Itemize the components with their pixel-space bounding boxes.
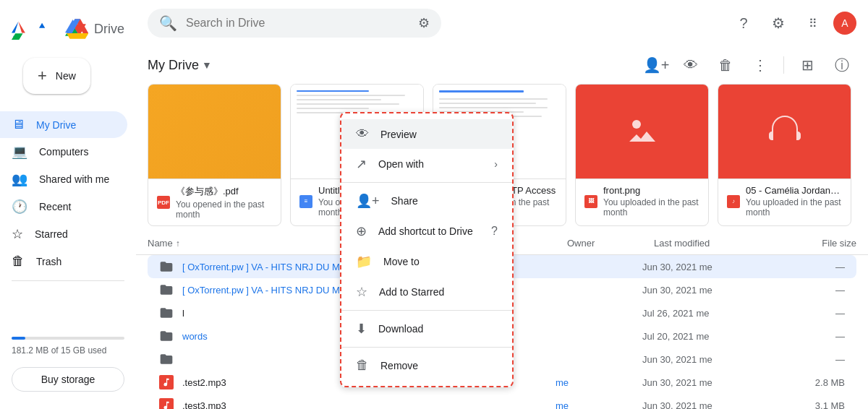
open-with-icon: ↗ [356, 156, 367, 172]
column-header-last-modified: Last modified [654, 238, 784, 249]
sidebar-item-starred[interactable]: ☆ Starred [0, 220, 127, 248]
row-modified-6: Jun 30, 2021 me [642, 377, 773, 388]
menu-item-open-with[interactable]: ↗ Open with › [341, 149, 512, 179]
menu-item-share-label: Share [391, 195, 498, 207]
shortcut-icon: ⊕ [356, 223, 367, 239]
menu-item-download[interactable]: ⬇ Download [341, 314, 512, 344]
doc-icon-2: ≡ [299, 195, 312, 208]
row-name-7: .test3.mp3 [182, 400, 226, 410]
file-thumb-4 [576, 85, 708, 178]
logo-area: Drive [0, 6, 136, 52]
sidebar-item-recent[interactable]: 🕐 Recent [0, 193, 127, 220]
trash-icon: 🗑 [12, 254, 25, 269]
menu-item-remove[interactable]: 🗑 Remove [341, 350, 512, 380]
app-title: Drive [94, 22, 124, 37]
red-icon-5: ♪ [727, 195, 740, 208]
file-card-5[interactable]: ♪ 05 - Camélia Jordana - F... You upload… [718, 84, 851, 226]
menu-item-preview[interactable]: 👁 Preview [341, 119, 512, 149]
row-owner-7: me [556, 400, 642, 410]
menu-item-remove-label: Remove [380, 360, 498, 371]
info-toggle-button[interactable]: 👁 [676, 51, 705, 79]
file-card-4[interactable]: 🖼 front.png You uploaded in the past mon… [575, 84, 709, 226]
file-date-5: You uploaded in the past month [746, 197, 842, 218]
search-input[interactable] [186, 17, 409, 30]
new-button[interactable]: + New [23, 58, 90, 94]
file-date-4: You uploaded in the past month [603, 197, 699, 218]
menu-item-preview-label: Preview [380, 129, 498, 140]
menu-item-starred-label: Add to Starred [379, 286, 498, 298]
sidebar-item-computers-label: Computers [39, 146, 88, 158]
menu-item-shortcut-label: Add shortcut to Drive [378, 225, 480, 237]
pdf-icon-1: PDF [157, 196, 170, 209]
account-avatar[interactable]: A [833, 12, 856, 35]
column-header-owner: Owner [567, 238, 654, 249]
svg-point-12 [632, 120, 641, 129]
computers-icon: 💻 [12, 144, 27, 160]
chevron-down-icon: ▼ [202, 59, 212, 71]
topbar-icons: ? ⚙ ⠿ A [729, 9, 856, 38]
folder-icon [159, 306, 174, 320]
sidebar-item-computers[interactable]: 💻 Computers [0, 138, 127, 165]
storage-bar-fill [12, 337, 25, 340]
google-drive-logo-icon [39, 17, 59, 40]
row-modified-4: Jul 20, 2021 me [642, 331, 773, 342]
apps-button[interactable]: ⠿ [799, 9, 827, 38]
sidebar-item-trash[interactable]: 🗑 Trash [0, 248, 127, 275]
row-size-6: 2.8 MB [773, 377, 845, 388]
table-row[interactable]: .test3.mp3 me Jun 30, 2021 me 3.1 MB [148, 394, 856, 409]
more-options-button[interactable]: ⋮ [746, 51, 775, 79]
filter-icon[interactable]: ⚙ [418, 15, 430, 31]
add-person-button[interactable]: 👤+ [642, 51, 671, 79]
grid-view-button[interactable]: ⊞ [793, 51, 822, 79]
settings-button[interactable]: ⚙ [764, 9, 793, 38]
menu-item-open-with-label: Open with [378, 158, 482, 170]
menu-divider-3 [341, 347, 512, 348]
info-button[interactable]: ⓘ [827, 51, 856, 79]
storage-section: 181.2 MB of 15 GB used Buy storage [0, 331, 136, 403]
new-button-container: + New [0, 52, 136, 111]
menu-item-add-starred[interactable]: ☆ Add to Starred [341, 277, 512, 307]
app-container: Drive + New 🖥 My Drive 💻 Computers 👥 Sha… [0, 0, 868, 409]
sidebar-item-shared-with-me[interactable]: 👥 Shared with me [0, 165, 127, 193]
recent-icon: 🕐 [12, 199, 27, 215]
menu-item-download-label: Download [378, 323, 498, 335]
help-button[interactable]: ? [729, 9, 758, 38]
download-icon: ⬇ [356, 321, 367, 337]
sidebar-item-shared-label: Shared with me [39, 173, 109, 185]
folder-icon [159, 352, 174, 366]
svg-marker-10 [67, 19, 80, 33]
menu-item-move-to[interactable]: 📁 Move to [341, 246, 512, 277]
drive-logo-icon [12, 17, 33, 41]
context-menu: 👁 Preview ↗ Open with › 👤+ Share ⊕ Add s… [340, 112, 514, 387]
folder-icon [159, 259, 174, 274]
row-size-5: — [773, 354, 845, 365]
search-bar[interactable]: 🔍 ⚙ [148, 9, 441, 38]
menu-item-add-shortcut[interactable]: ⊕ Add shortcut to Drive ? [341, 216, 512, 246]
sidebar-item-my-drive[interactable]: 🖥 My Drive [0, 111, 127, 138]
shared-icon: 👥 [12, 171, 27, 187]
row-modified-3: Jul 26, 2021 me [642, 308, 773, 319]
plus-icon: + [38, 66, 47, 85]
file-info-1: PDF 《参与感》.pdf You opened in the past mon… [148, 178, 281, 225]
my-drive-icon: 🖥 [12, 117, 25, 132]
sidebar-item-starred-label: Starred [35, 228, 68, 240]
img-icon-4: 🖼 [584, 195, 597, 208]
row-modified-2: Jun 30, 2021 me [642, 285, 773, 296]
brand-logo-icon [67, 16, 88, 42]
content-header: My Drive ▼ 👤+ 👁 🗑 ⋮ ⊞ ⓘ [136, 46, 868, 84]
delete-button[interactable]: 🗑 [711, 51, 740, 79]
sidebar-item-trash-label: Trash [36, 256, 61, 267]
storage-label: 181.2 MB of 15 GB used [12, 345, 124, 356]
row-modified-7: Jun 30, 2021 me [642, 400, 773, 410]
svg-marker-11 [67, 33, 88, 39]
sidebar-item-recent-label: Recent [39, 201, 71, 212]
chevron-right-icon: › [494, 158, 498, 170]
buy-storage-button[interactable]: Buy storage [12, 367, 124, 392]
row-name-4[interactable]: words [182, 331, 208, 342]
mountain-icon [625, 114, 660, 149]
drive-title[interactable]: My Drive ▼ [148, 58, 212, 73]
file-date-1: You opened in the past month [176, 199, 272, 220]
menu-item-share[interactable]: 👤+ Share [341, 186, 512, 216]
file-card-1[interactable]: PDF 《参与感》.pdf You opened in the past mon… [148, 84, 281, 226]
sort-icon: ↑ [176, 238, 180, 249]
